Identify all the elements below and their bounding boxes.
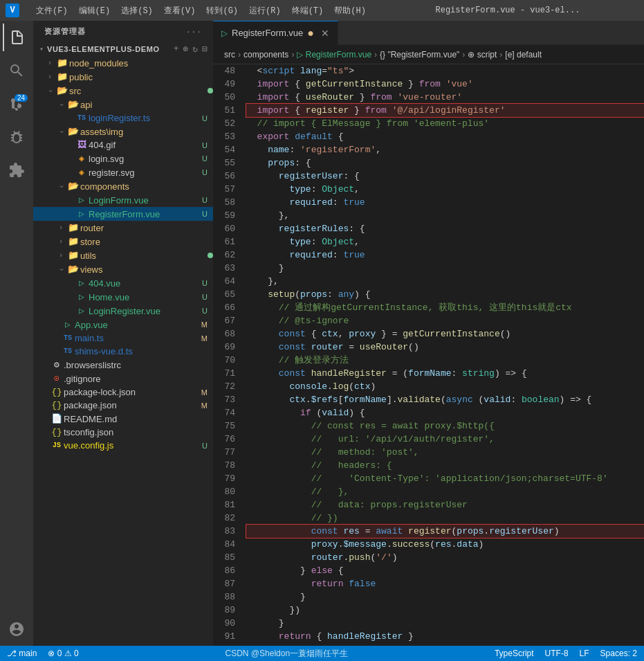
menu-run[interactable]: 运行(R) — [249, 5, 281, 17]
tree-item-LoginForm[interactable]: ▷ LoginForm.vue U — [33, 193, 213, 207]
arrow-icon: › — [46, 85, 54, 96]
tree-item-loginRegister[interactable]: TS loginRegister.ts U — [33, 111, 213, 125]
menu-help[interactable]: 帮助(H) — [334, 5, 366, 17]
encoding[interactable]: UTF-8 — [545, 649, 569, 658]
md-icon: 📄 — [50, 413, 64, 424]
sidebar: 资源管理器 ··· ▾ VUE3-ELEMENTPLUS-DEMO + ⊕ ↻ … — [33, 21, 213, 646]
activity-search[interactable] — [3, 57, 30, 84]
error-count[interactable]: ⊗ 0 ⚠ 0 — [48, 649, 78, 658]
activity-extensions[interactable] — [3, 156, 30, 184]
tree-item-browserslistrc[interactable]: ⚙ .browserslistrc — [33, 358, 213, 372]
file-status: U — [202, 293, 208, 301]
breadcrumb-default[interactable]: [e] default — [505, 50, 542, 60]
tree-item-registersvg[interactable]: ◈ register.svg U — [33, 165, 213, 179]
line-ending[interactable]: LF — [580, 649, 589, 658]
sidebar-actions[interactable]: ··· — [186, 28, 202, 36]
tree-item-Appvue[interactable]: ▷ App.vue M — [33, 318, 213, 332]
tree-item-404vue[interactable]: ▷ 404.vue U — [33, 276, 213, 290]
new-folder-icon[interactable]: ⊕ — [183, 44, 189, 55]
breadcrumb-script[interactable]: ⊕ script — [468, 50, 497, 60]
folder-open-icon: 📂 — [55, 85, 69, 96]
tab-RegisterForm[interactable]: ▷ RegisterForm.vue ● ✕ — [213, 21, 338, 45]
tree-item-api[interactable]: › 📂 api — [33, 98, 213, 111]
breadcrumb-file[interactable]: ▷ RegisterForm.vue — [297, 50, 371, 60]
menu-file[interactable]: 文件(F) — [36, 5, 68, 17]
code-editor[interactable]: 4849505152 5354555657 5859606162 6364656… — [213, 64, 644, 646]
tree-item-RegisterForm[interactable]: ▷ RegisterForm.vue U — [33, 207, 213, 221]
menu-goto[interactable]: 转到(G) — [206, 5, 238, 17]
tree-item-utils[interactable]: › 📁 utils — [33, 248, 213, 262]
status-dot — [208, 88, 213, 93]
tree-item-shimsvue[interactable]: TS shims-vue.d.ts — [33, 345, 213, 358]
status-dot — [208, 253, 213, 258]
file-status: M — [201, 401, 208, 410]
tree-item-assets[interactable]: › 📂 assets\img — [33, 125, 213, 138]
breadcrumb-obj[interactable]: {} "RegisterForm.vue" — [380, 50, 459, 60]
vue-icon: ▷ — [75, 291, 89, 302]
item-label: login.svg — [89, 154, 202, 164]
json-icon: {} — [50, 387, 64, 397]
tree-item-src[interactable]: › 📂 src — [33, 84, 213, 98]
menu-view[interactable]: 查看(V) — [164, 5, 196, 17]
root-label: VUE3-ELEMENTPLUS-DEMO — [47, 45, 174, 53]
folder-open-icon: 📂 — [66, 181, 80, 192]
tree-item-views[interactable]: › 📂 views — [33, 262, 213, 276]
item-label: tsconfig.json — [64, 427, 213, 437]
tree-item-router[interactable]: › 📁 router — [33, 221, 213, 235]
tree-item-public[interactable]: › 📁 public — [33, 70, 213, 84]
tree-item-packagejson[interactable]: {} package.json M — [33, 399, 213, 412]
tree-item-vueconfig[interactable]: JS vue.config.js U — [33, 439, 213, 452]
tree-item-node_modules[interactable]: › 📁 node_modules — [33, 56, 213, 70]
tree-item-store[interactable]: › 📁 store — [33, 235, 213, 248]
item-label: api — [80, 100, 213, 110]
tree-root[interactable]: ▾ VUE3-ELEMENTPLUS-DEMO + ⊕ ↻ ⊟ — [33, 42, 213, 56]
svg-icon: ◈ — [75, 167, 89, 178]
tree-item-packagelock[interactable]: {} package-lock.json M — [33, 386, 213, 399]
tree-item-components[interactable]: › 📂 components — [33, 179, 213, 193]
file-status: U — [202, 114, 208, 123]
activity-explorer[interactable] — [3, 24, 30, 51]
item-label: App.vue — [75, 320, 201, 330]
breadcrumb: src › components › ▷ RegisterForm.vue › … — [213, 45, 644, 64]
tree-item-tsconfig[interactable]: {} tsconfig.json — [33, 426, 213, 439]
tree-item-404gif[interactable]: 🖼 404.gif U — [33, 138, 213, 152]
tree-item-Homevue[interactable]: ▷ Home.vue U — [33, 290, 213, 304]
activity-scm[interactable]: 24 — [3, 90, 30, 118]
indent[interactable]: Spaces: 2 — [600, 649, 637, 658]
tab-modified-dot: ● — [307, 27, 314, 39]
tab-bar: ▷ RegisterForm.vue ● ✕ — [213, 21, 644, 45]
tree-item-gitignore[interactable]: ⊙ .gitignore — [33, 372, 213, 386]
tree-item-readme[interactable]: 📄 README.md — [33, 412, 213, 426]
file-status: M — [201, 388, 208, 397]
file-status: U — [202, 210, 208, 218]
cfg-icon: ⚙ — [50, 359, 64, 370]
language[interactable]: TypeScript — [495, 649, 534, 658]
activity-debug[interactable] — [3, 123, 30, 151]
tab-label: RegisterForm.vue — [232, 28, 303, 38]
tab-close-button[interactable]: ✕ — [321, 28, 329, 39]
code-content[interactable]: <script lang="ts"> import { getCurrentIn… — [241, 64, 644, 646]
file-status: U — [202, 141, 208, 150]
item-label: .browserslistrc — [64, 360, 213, 370]
menu-select[interactable]: 选择(S) — [121, 5, 153, 17]
arrow-icon: › — [57, 181, 65, 192]
tree-item-loginsvg[interactable]: ◈ login.svg U — [33, 152, 213, 165]
activity-account[interactable] — [3, 618, 30, 646]
breadcrumb-src[interactable]: src — [224, 50, 235, 60]
arrow-icon: › — [44, 60, 55, 67]
arrow-icon: › — [57, 99, 65, 110]
file-status: U — [202, 279, 208, 287]
refresh-icon[interactable]: ↻ — [192, 44, 198, 55]
git-branch[interactable]: ⎇ main — [7, 649, 37, 658]
breadcrumb-components[interactable]: components — [243, 50, 288, 60]
menu-terminal[interactable]: 终端(T) — [292, 5, 324, 17]
menu-edit[interactable]: 编辑(E) — [79, 5, 111, 17]
tree-item-maints[interactable]: TS main.ts M — [33, 332, 213, 345]
collapse-icon[interactable]: ⊟ — [202, 44, 208, 55]
new-file-icon[interactable]: + — [174, 44, 179, 55]
menu-bar: 文件(F) 编辑(E) 选择(S) 查看(V) 转到(G) 运行(R) 终端(T… — [36, 5, 366, 17]
tree-item-LoginRegistervue[interactable]: ▷ LoginRegister.vue U — [33, 304, 213, 318]
item-label: shims-vue.d.ts — [75, 346, 213, 356]
item-label: 404.gif — [89, 140, 202, 150]
item-label: 404.vue — [89, 278, 202, 289]
